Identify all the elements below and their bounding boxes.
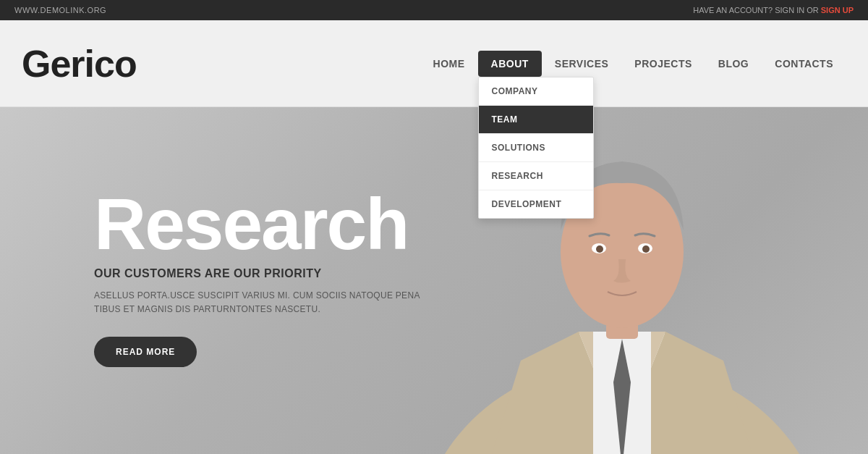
hero-content: Research OUR CUSTOMERS ARE OUR PRIORITY … bbox=[94, 188, 420, 367]
hero-subtitle: OUR CUSTOMERS ARE OUR PRIORITY bbox=[94, 267, 420, 280]
hero-title: Research bbox=[94, 188, 420, 260]
about-dropdown: COMPANY TEAM SOLUTIONS RESEARCH DEVELOPM… bbox=[478, 77, 594, 219]
dropdown-item-development[interactable]: DEVELOPMENT bbox=[479, 190, 593, 218]
signup-link[interactable]: SIGN UP bbox=[821, 6, 854, 14]
nav-item-services[interactable]: SERVICES bbox=[542, 51, 622, 77]
nav-item-home[interactable]: HOME bbox=[420, 51, 478, 77]
read-more-button[interactable]: READ MORE bbox=[94, 337, 197, 367]
hero-description: ASELLUS PORTA.USCE SUSCIPIT VARIUS MI. C… bbox=[94, 289, 420, 316]
dropdown-item-team[interactable]: TEAM bbox=[479, 106, 593, 134]
svg-point-8 bbox=[642, 245, 650, 253]
dropdown-item-research[interactable]: RESEARCH bbox=[479, 162, 593, 190]
site-url: WWW.DEMOLINK.ORG bbox=[14, 6, 106, 14]
nav-item-about[interactable]: ABOUT bbox=[478, 51, 542, 77]
nav-item-projects[interactable]: PROJECTS bbox=[621, 51, 705, 77]
account-text: HAVE AN ACCOUNT? SIGN IN OR bbox=[693, 6, 820, 14]
dropdown-item-solutions[interactable]: SOLUTIONS bbox=[479, 134, 593, 162]
nav-item-blog[interactable]: BLOG bbox=[705, 51, 762, 77]
main-nav: HOME ABOUT COMPANY TEAM SOLUTIONS RESEAR… bbox=[420, 51, 846, 77]
hero-section: Research OUR CUSTOMERS ARE OUR PRIORITY … bbox=[0, 107, 868, 454]
dropdown-item-company[interactable]: COMPANY bbox=[479, 77, 593, 106]
account-info: HAVE AN ACCOUNT? SIGN IN OR SIGN UP bbox=[693, 6, 854, 14]
header: Gerico HOME ABOUT COMPANY TEAM SOLUTIONS… bbox=[0, 20, 868, 107]
svg-point-7 bbox=[596, 245, 603, 253]
top-bar: WWW.DEMOLINK.ORG HAVE AN ACCOUNT? SIGN I… bbox=[0, 0, 868, 20]
nav-item-about-wrapper: ABOUT COMPANY TEAM SOLUTIONS RESEARCH DE… bbox=[478, 51, 542, 77]
nav-item-contacts[interactable]: CONTACTS bbox=[762, 51, 846, 77]
logo[interactable]: Gerico bbox=[22, 42, 137, 85]
